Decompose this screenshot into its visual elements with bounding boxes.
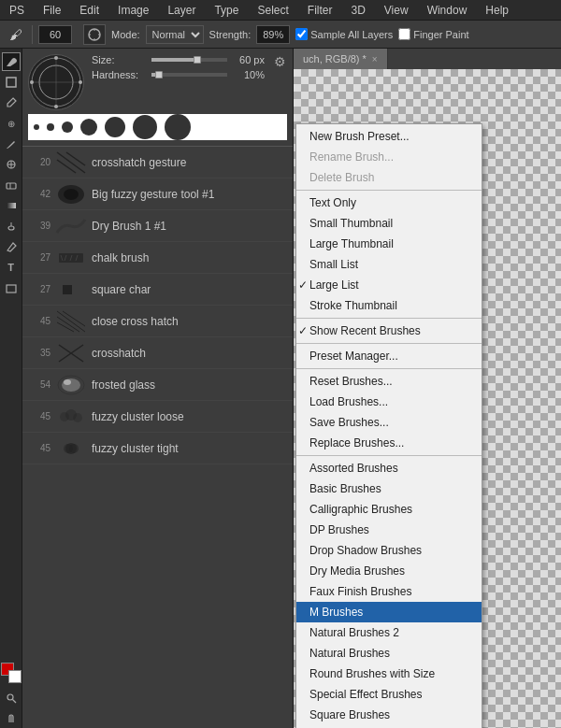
menu-item-text-only[interactable]: Text Only (296, 193, 482, 213)
pen-tool-button[interactable] (2, 237, 21, 256)
clone-tool-button[interactable] (2, 155, 21, 174)
brush-tool-button[interactable] (2, 135, 21, 153)
brush-item-crosshatch[interactable]: 35 crosshatch (22, 337, 293, 369)
stroke-dot-4 (80, 119, 97, 136)
context-menu: New Brush Preset... Rename Brush... Dele… (295, 123, 482, 728)
menu-item-new-brush-preset[interactable]: New Brush Preset... (296, 126, 482, 147)
svg-point-29 (64, 189, 79, 200)
menu-help[interactable]: Help (482, 4, 512, 17)
svg-line-26 (66, 152, 85, 165)
svg-line-16 (12, 700, 16, 704)
menu-filter[interactable]: Filter (304, 4, 337, 17)
menu-ps[interactable]: PS (6, 4, 28, 17)
sample-all-layers-checkbox[interactable] (295, 28, 308, 40)
menu-item-load-brushes[interactable]: Load Brushes... (296, 392, 482, 412)
menu-item-square-brushes[interactable]: Square Brushes (296, 705, 482, 725)
menu-item-dp-brushes[interactable]: DP Brushes (296, 520, 482, 540)
svg-line-27 (57, 160, 76, 173)
size-slider[interactable] (151, 58, 227, 62)
dodge-tool-button[interactable] (2, 217, 21, 236)
brush-picker-button[interactable] (83, 24, 106, 45)
smudge-tool-button[interactable] (2, 52, 21, 71)
brush-item-crosshatch-gesture[interactable]: 20 crosshatch gesture (22, 147, 293, 178)
brush-item-dry-brush[interactable]: 39 Dry Brush 1 #1 (22, 210, 293, 242)
brush-item-chalk[interactable]: 27 chalk brush (22, 242, 293, 274)
brush-item-square-char[interactable]: 27 square char (22, 274, 293, 306)
svg-point-47 (73, 413, 82, 422)
large-list-checkmark: ✓ (298, 278, 308, 292)
menu-item-special-effect-brushes[interactable]: Special Effect Brushes (296, 684, 482, 705)
crop-tool-button[interactable] (2, 73, 21, 92)
menu-item-save-brushes[interactable]: Save Brushes... (296, 412, 482, 433)
menu-select[interactable]: Select (253, 4, 292, 17)
menu-item-large-list[interactable]: ✓ Large List (296, 275, 482, 295)
eraser-tool-button[interactable] (2, 176, 21, 194)
mode-select[interactable]: Normal (146, 25, 204, 44)
menu-file[interactable]: File (39, 4, 65, 17)
menu-type[interactable]: Type (210, 4, 242, 17)
menu-layer[interactable]: Layer (164, 4, 199, 17)
text-tool-button[interactable]: T (2, 258, 21, 277)
menu-item-assorted-brushes[interactable]: Assorted Brushes (296, 458, 482, 478)
menu-item-basic-brushes[interactable]: Basic Brushes (296, 478, 482, 499)
zoom-tool-button[interactable] (2, 689, 21, 707)
eyedropper-tool-button[interactable] (2, 93, 21, 112)
menu-item-round-brushes-with-size[interactable]: Round Brushes with Size (296, 664, 482, 684)
canvas-tab[interactable]: uch, RGB/8) * × (294, 49, 388, 69)
svg-rect-9 (7, 183, 16, 189)
brush-circle-preview (28, 54, 84, 110)
color-swatch-group (1, 663, 22, 683)
svg-rect-5 (7, 78, 16, 87)
menu-item-natural-brushes-2[interactable]: Natural Brushes 2 (296, 622, 482, 643)
menu-bar: PS File Edit Image Layer Type Select Fil… (0, 0, 561, 21)
hardness-slider[interactable] (151, 73, 227, 77)
menu-item-stroke-thumbnail[interactable]: Stroke Thumbnail (296, 295, 482, 316)
menu-item-faux-finish-brushes[interactable]: Faux Finish Brushes (296, 581, 482, 602)
hand-tool-button[interactable] (2, 709, 21, 728)
size-label: Size: (92, 54, 148, 65)
menu-item-small-thumbnail[interactable]: Small Thumbnail (296, 213, 482, 234)
menu-section-brush-sets: Assorted Brushes Basic Brushes Calligrap… (296, 456, 482, 728)
menu-item-preset-manager[interactable]: Preset Manager... (296, 346, 482, 366)
healing-tool-button[interactable]: ⊕ (2, 114, 21, 133)
finger-paint-group: Finger Paint (398, 28, 468, 40)
menu-window[interactable]: Window (424, 4, 471, 17)
brush-size-input[interactable] (38, 25, 72, 44)
stroke-preview (28, 114, 287, 140)
size-value: 60 px (231, 54, 265, 65)
menu-item-calligraphic-brushes[interactable]: Calligraphic Brushes (296, 499, 482, 520)
menu-edit[interactable]: Edit (76, 4, 103, 17)
brush-item-frosted-glass[interactable]: 54 frosted glass (22, 369, 293, 401)
background-color[interactable] (8, 670, 22, 683)
finger-paint-checkbox[interactable] (398, 28, 410, 40)
svg-point-21 (54, 56, 58, 60)
brush-item-fuzzy-loose[interactable]: 45 fuzzy cluster loose (22, 401, 293, 433)
stroke-dot-3 (62, 121, 73, 133)
menu-item-m-brushes[interactable]: M Brushes (296, 602, 482, 622)
tab-close-button[interactable]: × (372, 54, 378, 64)
menu-item-reset-brushes[interactable]: Reset Brushes... (296, 371, 482, 392)
menu-item-show-recent-brushes[interactable]: ✓ Show Recent Brushes (296, 321, 482, 341)
shape-tool-button[interactable] (2, 278, 21, 297)
menu-item-dry-media-brushes[interactable]: Dry Media Brushes (296, 561, 482, 581)
menu-item-drop-shadow-brushes[interactable]: Drop Shadow Brushes (296, 540, 482, 561)
menu-view[interactable]: View (381, 4, 412, 17)
strength-input[interactable] (256, 25, 290, 44)
menu-item-large-thumbnail[interactable]: Large Thumbnail (296, 234, 482, 254)
menu-item-small-list[interactable]: Small List (296, 254, 482, 275)
menu-3d[interactable]: 3D (347, 4, 368, 17)
menu-item-rename-brush: Rename Brush... (296, 147, 482, 167)
brush-item-fuzzy-tight[interactable]: 45 fuzzy cluster tight (22, 433, 293, 464)
menu-item-replace-brushes[interactable]: Replace Brushes... (296, 433, 482, 453)
gradient-tool-button[interactable] (2, 196, 21, 215)
tool-options-bar: 🖌 Mode: Normal Strength: Sample All Laye… (0, 21, 561, 49)
brush-item-big-fuzzy[interactable]: 42 Big fuzzy gesture tool #1 (22, 178, 293, 210)
stroke-dot-5 (105, 117, 125, 137)
menu-item-natural-brushes[interactable]: Natural Brushes (296, 643, 482, 664)
svg-point-44 (64, 379, 71, 385)
svg-rect-35 (63, 285, 72, 294)
brush-options-gear-icon[interactable]: ⚙ (272, 54, 287, 69)
menu-image[interactable]: Image (114, 4, 152, 17)
brush-settings: Size: 60 px Hardness: 10% (92, 54, 265, 84)
brush-item-close-cross-hatch[interactable]: 45 close cross hatch (22, 306, 293, 337)
